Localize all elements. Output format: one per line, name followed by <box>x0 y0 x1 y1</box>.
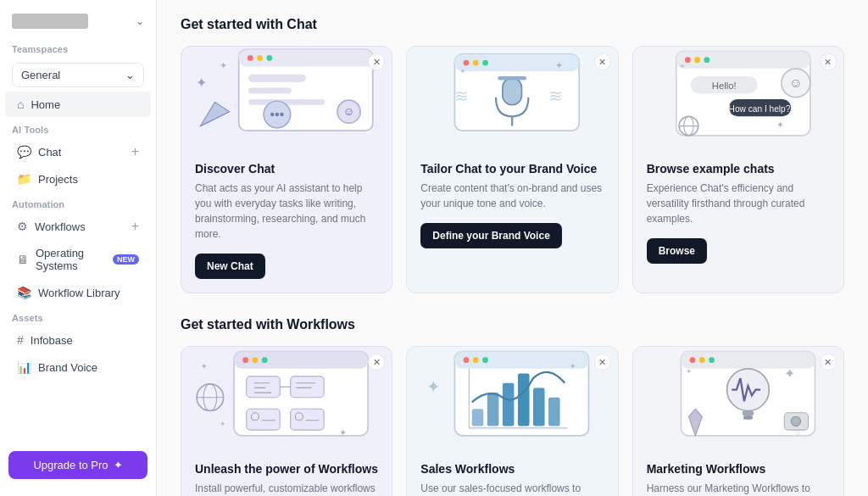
projects-icon: 📁 <box>17 172 31 186</box>
svg-rect-81 <box>533 388 545 426</box>
brand-voice-illustration: ≋ ≋ ✦ ✦ <box>407 47 617 148</box>
discover-chat-card: ✕ ☺ <box>181 46 392 293</box>
main-content: Get started with Chat ✕ ☺ <box>157 0 868 496</box>
brand-voice-card: ✕ ≋ ≋ ✦ <box>406 46 618 293</box>
marketing-workflows-card: ✕ <box>632 346 844 496</box>
workflows-icon: ⚙ <box>17 220 28 233</box>
sales-workflows-body: Sales Workflows Use our sales-focused wo… <box>407 449 617 496</box>
define-brand-voice-button[interactable]: Define your Brand Voice <box>420 223 561 248</box>
svg-point-35 <box>704 58 709 64</box>
library-icon: 📚 <box>17 286 31 299</box>
infobase-icon: # <box>17 333 24 347</box>
app-logo <box>12 14 88 29</box>
discover-chat-title: Discover Chat <box>195 162 378 176</box>
sidebar-item-operating-systems[interactable]: 🖥 Operating Systems NEW <box>5 241 151 278</box>
example-chats-title: Browse example chats <box>647 162 830 176</box>
marketing-workflows-body: Marketing Workflows Harness our Marketin… <box>633 449 843 496</box>
sidebar-header: ⌄ <box>0 8 156 37</box>
browse-button[interactable]: Browse <box>647 238 707 264</box>
svg-point-21 <box>464 60 470 66</box>
svg-text:✦: ✦ <box>196 76 207 91</box>
teamspaces-label: Teamspaces <box>0 37 156 58</box>
sidebar-item-home[interactable]: ⌂ Home <box>5 92 151 117</box>
example-chats-illustration: Hello! How can I help? ☺ ✦ ✦ <box>633 47 843 148</box>
sales-workflows-illustration: ✦ ✦ <box>407 347 617 449</box>
example-chats-desc: Experience Chat's efficiency and versati… <box>647 181 830 226</box>
discover-chat-desc: Chat acts as your AI assistant to help y… <box>195 181 378 242</box>
close-marketing-workflows-button[interactable]: ✕ <box>820 354 837 371</box>
unleash-workflows-desc: Install powerful, customizable workflows… <box>195 481 378 496</box>
svg-point-51 <box>262 358 268 364</box>
sidebar-item-chat[interactable]: 💬 Chat + <box>5 139 151 164</box>
svg-rect-78 <box>487 393 499 426</box>
add-chat-button[interactable]: + <box>131 145 139 159</box>
svg-rect-77 <box>472 410 484 426</box>
unleash-workflows-body: Unleash the power of Workflows Install p… <box>181 449 392 496</box>
sidebar-item-workflows[interactable]: ⚙ Workflows + <box>5 214 151 239</box>
svg-rect-6 <box>248 88 292 94</box>
svg-point-34 <box>694 58 700 64</box>
svg-text:☺: ☺ <box>788 76 802 91</box>
svg-text:✦: ✦ <box>784 366 795 381</box>
svg-text:✦: ✦ <box>426 377 441 396</box>
svg-text:✦: ✦ <box>570 362 576 371</box>
close-example-chats-button[interactable]: ✕ <box>820 53 837 70</box>
svg-point-90 <box>699 358 705 364</box>
svg-point-13 <box>270 113 275 117</box>
chevron-down-icon[interactable]: ⌄ <box>136 15 144 27</box>
svg-point-4 <box>266 55 272 61</box>
svg-rect-5 <box>248 75 306 82</box>
sidebar: ⌄ Teamspaces General ⌄ ⌂ Home AI Tools 💬… <box>0 0 157 496</box>
brand-voice-body: Tailor Chat to your Brand Voice Create c… <box>407 148 617 262</box>
brand-voice-desc: Create content that's on-brand and uses … <box>420 181 604 211</box>
assets-label: Assets <box>0 306 156 326</box>
svg-rect-24 <box>503 78 522 105</box>
unleash-workflows-card: ✕ <box>181 346 392 496</box>
brand-voice-title: Tailor Chat to your Brand Voice <box>420 162 604 176</box>
svg-rect-82 <box>548 398 560 426</box>
chat-cards-row: ✕ ☺ <box>181 46 844 293</box>
sidebar-item-brand-voice[interactable]: 📊 Brand Voice <box>5 354 151 380</box>
svg-point-96 <box>791 417 800 426</box>
svg-marker-11 <box>201 103 230 126</box>
example-chats-body: Browse example chats Experience Chat's e… <box>633 148 843 277</box>
close-brand-voice-button[interactable]: ✕ <box>594 53 611 70</box>
svg-rect-94 <box>743 415 752 420</box>
marketing-workflows-illustration: ✦ ✦ ○ <box>633 347 843 449</box>
discover-chat-body: Discover Chat Chat acts as your AI assis… <box>181 148 392 293</box>
add-workflow-button[interactable]: + <box>131 220 139 233</box>
svg-text:☺: ☺ <box>343 105 355 118</box>
svg-text:How can I help?: How can I help? <box>728 104 790 114</box>
svg-text:✦: ✦ <box>339 427 347 437</box>
upgrade-button[interactable]: Upgrade to Pro ✦ <box>8 451 147 479</box>
svg-point-2 <box>248 55 253 61</box>
automation-label: Automation <box>0 192 156 213</box>
svg-text:✦: ✦ <box>220 420 226 428</box>
marketing-workflows-desc: Harness our Marketing Workflows to autom… <box>647 481 830 496</box>
svg-text:○: ○ <box>234 103 238 111</box>
teamspace-dropdown[interactable]: General ⌄ <box>12 63 144 87</box>
sidebar-item-projects[interactable]: 📁 Projects <box>5 166 151 192</box>
svg-point-76 <box>483 358 489 364</box>
discover-chat-illustration: ☺ ✦ ✦ ○ <box>181 47 392 148</box>
svg-point-49 <box>242 358 248 364</box>
chevron-icon: ⌄ <box>125 69 135 81</box>
svg-text:✦: ✦ <box>776 120 784 130</box>
new-badge: NEW <box>113 254 139 265</box>
new-chat-button[interactable]: New Chat <box>195 254 265 279</box>
svg-text:✦: ✦ <box>220 60 227 70</box>
svg-text:✦: ✦ <box>679 62 686 70</box>
svg-rect-80 <box>518 374 530 426</box>
svg-point-50 <box>253 358 259 364</box>
sales-workflows-desc: Use our sales-focused workflows to redef… <box>420 481 604 496</box>
svg-text:✦: ✦ <box>686 367 693 376</box>
svg-rect-52 <box>247 376 281 398</box>
svg-rect-66 <box>291 410 325 431</box>
home-icon: ⌂ <box>17 98 24 111</box>
teamspace-selector[interactable]: General ⌄ <box>0 58 156 91</box>
svg-rect-7 <box>248 99 325 105</box>
svg-text:Hello!: Hello! <box>711 81 736 91</box>
sidebar-item-workflow-library[interactable]: 📚 Workflow Library <box>5 280 151 305</box>
close-sales-workflows-button[interactable]: ✕ <box>594 354 611 371</box>
sidebar-item-infobase[interactable]: # Infobase <box>5 327 151 353</box>
